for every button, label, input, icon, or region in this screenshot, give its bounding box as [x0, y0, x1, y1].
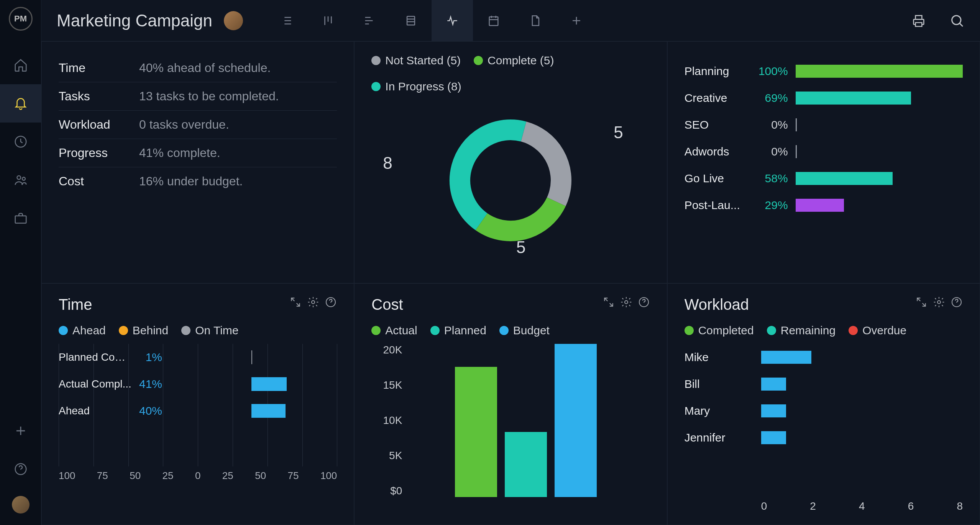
- workload-bar: [761, 404, 963, 417]
- cost-bar: [555, 344, 597, 497]
- view-dashboard[interactable]: [432, 0, 473, 41]
- task-status-donut: [442, 111, 579, 249]
- workload-bar-fill: [761, 431, 786, 444]
- legend-item[interactable]: Ahead: [59, 324, 106, 337]
- gantt-icon: [363, 14, 376, 27]
- time-bar: [166, 350, 337, 364]
- legend-item[interactable]: Complete (5): [474, 54, 554, 67]
- legend-item[interactable]: Budget: [499, 324, 550, 337]
- axis-tick: 4: [859, 500, 865, 512]
- panel-summary: Time40% ahead of schedule.Tasks13 tasks …: [41, 41, 354, 283]
- progress-bar-fill: [796, 65, 963, 78]
- help-icon[interactable]: [950, 296, 963, 308]
- legend-dot-icon: [499, 326, 509, 335]
- summary-label: Progress: [59, 146, 139, 160]
- view-list[interactable]: [266, 0, 307, 41]
- view-sheet[interactable]: [390, 0, 432, 41]
- progress-bar-fill: [796, 92, 911, 105]
- view-files[interactable]: [514, 0, 556, 41]
- progress-bar: [796, 172, 963, 185]
- legend-dot-icon: [685, 326, 694, 335]
- sidebar-item-home[interactable]: [0, 46, 41, 84]
- time-bar: [166, 404, 337, 418]
- summary-row: Time40% ahead of schedule.: [59, 54, 337, 82]
- view-board[interactable]: [307, 0, 349, 41]
- phase-progress-row: SEO 0%: [685, 111, 963, 138]
- time-row: Ahead 40%: [59, 397, 337, 424]
- workload-label: Jennifer: [685, 431, 761, 444]
- workload-bar-fill: [761, 351, 812, 364]
- legend-label: Actual: [385, 324, 417, 337]
- gear-icon[interactable]: [307, 296, 319, 308]
- legend-item[interactable]: Planned: [430, 324, 486, 337]
- legend-label: In Progress (8): [385, 80, 461, 93]
- axis-tick: 5K: [371, 450, 402, 462]
- plus-icon: [13, 424, 28, 438]
- sidebar-item-alerts[interactable]: [0, 84, 41, 123]
- phase-progress-row: Go Live 58%: [685, 165, 963, 192]
- view-gantt[interactable]: [349, 0, 390, 41]
- progress-bar: [796, 65, 963, 78]
- legend-item[interactable]: In Progress (8): [371, 80, 461, 93]
- legend-item[interactable]: Not Started (5): [371, 54, 461, 67]
- expand-icon[interactable]: [915, 296, 927, 308]
- donut-label-in-progress: 8: [383, 154, 392, 173]
- project-title: Marketing Campaign: [57, 11, 212, 30]
- help-icon[interactable]: [325, 296, 337, 308]
- summary-label: Tasks: [59, 89, 139, 103]
- legend-label: Overdue: [862, 324, 906, 337]
- legend-item[interactable]: On Time: [181, 324, 238, 337]
- legend-label: Behind: [133, 324, 168, 337]
- legend-dot-icon: [767, 326, 776, 335]
- gear-icon[interactable]: [933, 296, 945, 308]
- legend-item[interactable]: Completed: [685, 324, 754, 337]
- svg-point-15: [937, 301, 941, 304]
- summary-row: Tasks13 tasks to be completed.: [59, 82, 337, 111]
- legend-label: Not Started (5): [385, 54, 461, 67]
- list-icon: [280, 14, 293, 27]
- axis-tick: 100: [320, 470, 337, 482]
- time-row-pct: 40%: [131, 404, 162, 417]
- app-logo[interactable]: PM: [9, 7, 33, 31]
- legend-item[interactable]: Remaining: [767, 324, 836, 337]
- view-add[interactable]: [556, 0, 597, 41]
- expand-icon[interactable]: [602, 296, 615, 308]
- sidebar-item-portfolio[interactable]: [0, 199, 41, 237]
- phase-label: Adwords: [685, 145, 746, 158]
- phase-label: SEO: [685, 118, 746, 131]
- help-icon[interactable]: [638, 296, 650, 308]
- summary-label: Time: [59, 61, 139, 75]
- sidebar-add[interactable]: [0, 419, 41, 442]
- plus-icon: [570, 14, 583, 27]
- time-bar-fill: [251, 350, 252, 364]
- panel-phase-progress: Planning 100% Creative 69% SEO 0% Adword…: [667, 41, 980, 283]
- search-icon[interactable]: [949, 13, 965, 28]
- gear-icon[interactable]: [620, 296, 632, 308]
- legend-item[interactable]: Overdue: [849, 324, 906, 337]
- workload-row: Jennifer: [685, 424, 963, 451]
- phase-pct: 0%: [753, 145, 788, 158]
- phase-label: Planning: [685, 65, 746, 78]
- axis-tick: 50: [255, 470, 266, 482]
- sidebar-help[interactable]: [0, 458, 41, 481]
- time-bar: [166, 377, 337, 391]
- summary-value: 0 tasks overdue.: [139, 118, 229, 132]
- project-owner-avatar[interactable]: [224, 11, 243, 30]
- sheet-icon: [404, 14, 417, 27]
- print-icon[interactable]: [911, 13, 926, 28]
- axis-tick: 20K: [371, 344, 402, 356]
- legend-item[interactable]: Behind: [119, 324, 168, 337]
- view-calendar[interactable]: [473, 0, 514, 41]
- legend-item[interactable]: Actual: [371, 324, 417, 337]
- sidebar-item-recent[interactable]: [0, 123, 41, 161]
- user-avatar[interactable]: [12, 496, 30, 514]
- gridline: [337, 344, 337, 466]
- workload-label: Mary: [685, 404, 761, 417]
- sidebar-item-team[interactable]: [0, 161, 41, 199]
- phase-progress-row: Post-Lau... 29%: [685, 192, 963, 219]
- workload-bar: [761, 351, 963, 364]
- legend-dot-icon: [371, 326, 381, 335]
- phase-label: Go Live: [685, 172, 746, 185]
- expand-icon[interactable]: [289, 296, 302, 308]
- time-bar-fill: [251, 404, 286, 418]
